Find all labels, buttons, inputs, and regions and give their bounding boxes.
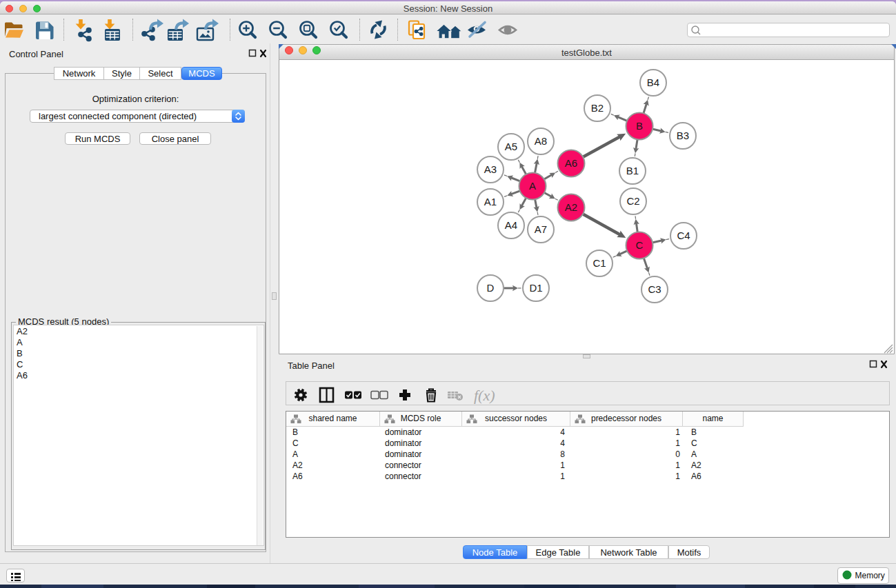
svg-text:C: C — [636, 239, 644, 251]
svg-text:D1: D1 — [529, 282, 542, 294]
svg-text:C2: C2 — [626, 195, 639, 207]
svg-text:D: D — [487, 282, 495, 294]
svg-text:A8: A8 — [535, 135, 547, 147]
svg-text:B3: B3 — [677, 130, 689, 141]
svg-text:A: A — [529, 180, 536, 192]
svg-text:A6: A6 — [565, 157, 577, 169]
svg-text:f(x): f(x) — [474, 387, 495, 404]
svg-text:B1: B1 — [626, 165, 639, 176]
svg-text:A5: A5 — [505, 141, 517, 152]
svg-text:B4: B4 — [647, 77, 659, 88]
svg-text:A1: A1 — [484, 196, 497, 207]
svg-text:A3: A3 — [484, 163, 497, 175]
svg-text:C4: C4 — [677, 230, 690, 241]
svg-text:B2: B2 — [591, 102, 604, 114]
svg-text:A7: A7 — [535, 223, 547, 235]
svg-text:C1: C1 — [593, 257, 606, 269]
svg-text:B: B — [636, 120, 643, 132]
svg-text:C3: C3 — [648, 283, 661, 295]
svg-text:A2: A2 — [565, 201, 577, 213]
svg-text:A4: A4 — [505, 219, 517, 231]
